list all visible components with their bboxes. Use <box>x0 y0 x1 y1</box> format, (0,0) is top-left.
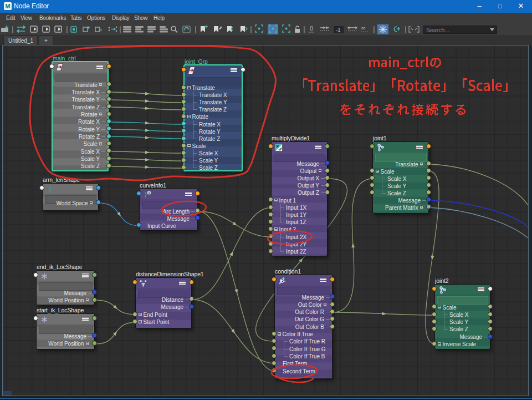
svg-text:∞: ∞ <box>361 24 366 31</box>
svg-text:-1: -1 <box>336 27 340 33</box>
svg-text:0: 0 <box>310 25 313 32</box>
